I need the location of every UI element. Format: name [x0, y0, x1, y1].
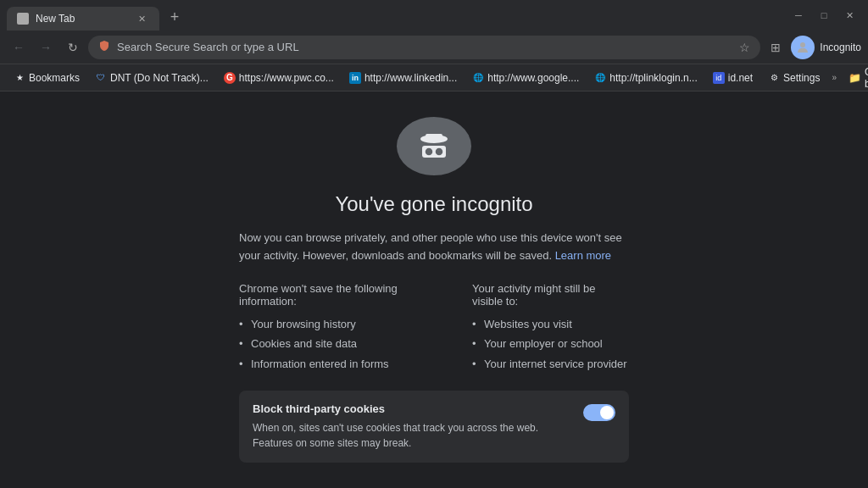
list-item: Your internet service provider — [472, 354, 629, 374]
bookmark-google[interactable]: 🌐 http://www.google.... — [465, 68, 586, 88]
main-content: You've gone incognito Now you can browse… — [0, 92, 868, 488]
profile-section[interactable]: Incognito — [791, 36, 861, 59]
list-item: Your browsing history — [239, 314, 438, 335]
svg-point-5 — [435, 147, 443, 156]
settings-bm-icon: ⚙ — [768, 72, 780, 84]
bookmark-tplink[interactable]: 🌐 http://tplinklogin.n... — [587, 68, 704, 88]
other-bookmarks-button[interactable]: 📁 Other bookmarks — [842, 68, 868, 88]
col-chrome-wont-save: Chrome won't save the following informat… — [239, 282, 438, 374]
title-bar: New Tab ✕ + ─ □ ✕ — [0, 0, 868, 30]
address-text: Search Secure Search or type a URL — [117, 41, 732, 53]
bookmarks-bar: ★ Bookmarks 🛡 DNT (Do Not Track)... G ht… — [0, 64, 868, 92]
col1-list: Your browsing history Cookies and site d… — [239, 314, 438, 374]
linkedin-icon: in — [349, 72, 361, 84]
dnt-label: DNT (Do Not Track)... — [110, 72, 209, 84]
col1-heading: Chrome won't save the following informat… — [239, 282, 438, 308]
maximize-button[interactable]: □ — [812, 7, 836, 24]
cookie-toggle[interactable] — [583, 404, 615, 421]
extensions-button[interactable]: ⊞ — [764, 36, 787, 59]
bookmark-idnet[interactable]: id id.net — [706, 68, 760, 88]
active-tab[interactable]: New Tab ✕ — [7, 7, 159, 30]
bookmark-settings[interactable]: ⚙ Settings — [761, 68, 826, 88]
bookmarks-icon: ★ — [14, 72, 25, 84]
idnet-icon: id — [713, 72, 725, 84]
profile-avatar — [791, 36, 815, 59]
google-label: http://www.google.... — [487, 72, 579, 84]
tplink-label: http://tplinklogin.n... — [609, 72, 697, 84]
back-button[interactable]: ← — [7, 36, 31, 59]
google-icon: 🌐 — [472, 72, 484, 84]
window-controls: ─ □ ✕ — [787, 7, 861, 24]
svg-point-0 — [800, 42, 805, 47]
pwc-icon: G — [224, 72, 236, 84]
other-bookmarks-icon: 📁 — [849, 72, 861, 84]
pwc-label: https://www.pwc.co... — [239, 72, 334, 84]
svg-point-4 — [425, 147, 433, 156]
incognito-icon — [397, 117, 471, 175]
cookie-desc: When on, sites can't use cookies that tr… — [253, 420, 573, 451]
tab-favicon — [17, 13, 29, 25]
list-item: Information entered in forms — [239, 354, 438, 374]
bookmark-dnt[interactable]: 🛡 DNT (Do Not Track)... — [88, 68, 215, 88]
linkedin-label: http://www.linkedin... — [364, 72, 457, 84]
page-title: You've gone incognito — [335, 192, 532, 216]
bookmarks-overflow-chevron[interactable]: » — [828, 73, 840, 82]
minimize-button[interactable]: ─ — [787, 7, 810, 24]
address-search-icon — [98, 40, 110, 54]
list-item: Your employer or school — [472, 334, 629, 354]
other-bookmarks-label: Other bookmarks — [865, 66, 868, 90]
tab-title: New Tab — [36, 13, 127, 25]
refresh-button[interactable]: ↻ — [61, 36, 85, 59]
bookmark-linkedin[interactable]: in http://www.linkedin... — [342, 68, 464, 88]
profile-label: Incognito — [820, 42, 861, 53]
address-bar[interactable]: Search Secure Search or type a URL ☆ — [88, 36, 760, 59]
cookie-box: Block third-party cookies When on, sites… — [239, 391, 629, 463]
bookmark-pwc[interactable]: G https://www.pwc.co... — [217, 68, 341, 88]
idnet-label: id.net — [728, 72, 753, 84]
col2-heading: Your activity might still be visible to: — [472, 282, 629, 308]
nav-bar: ← → ↻ Search Secure Search or type a URL… — [0, 30, 868, 64]
toggle-knob — [600, 406, 614, 419]
info-columns: Chrome won't save the following informat… — [239, 282, 629, 374]
close-button[interactable]: ✕ — [837, 7, 861, 24]
cookie-text: Block third-party cookies When on, sites… — [253, 402, 573, 451]
bookmarks-label: Bookmarks — [29, 72, 80, 84]
bookmark-star-icon[interactable]: ☆ — [739, 41, 750, 54]
tplink-icon: 🌐 — [594, 72, 606, 84]
incognito-description: Now you can browse privately, and other … — [239, 230, 629, 265]
col2-list: Websites you visit Your employer or scho… — [472, 314, 629, 374]
col-still-visible: Your activity might still be visible to:… — [472, 282, 629, 374]
dnt-icon: 🛡 — [95, 72, 107, 84]
svg-rect-2 — [426, 134, 442, 141]
cookie-title: Block third-party cookies — [253, 402, 573, 415]
settings-bm-label: Settings — [783, 72, 820, 84]
forward-button[interactable]: → — [34, 36, 58, 59]
list-item: Websites you visit — [472, 314, 629, 335]
learn-more-link[interactable]: Learn more — [555, 249, 611, 262]
incognito-svg — [410, 122, 458, 169]
tab-close-button[interactable]: ✕ — [134, 11, 149, 26]
list-item: Cookies and site data — [239, 334, 438, 354]
bookmark-bookmarks[interactable]: ★ Bookmarks — [7, 68, 86, 88]
new-tab-button[interactable]: + — [163, 5, 186, 29]
